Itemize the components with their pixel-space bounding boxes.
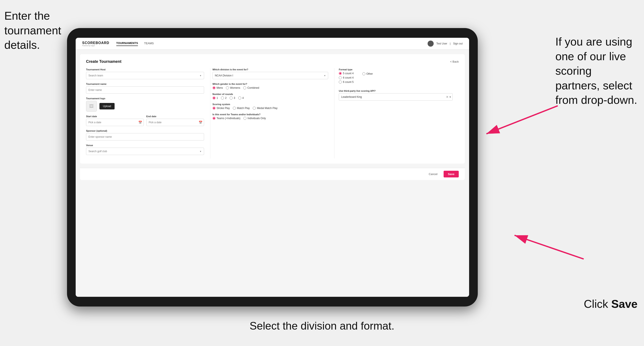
division-group: Which division is the event for? NCAA Di… [212, 68, 328, 79]
nav-link-teams[interactable]: TEAMS [144, 42, 154, 46]
event-for-teams-radio[interactable] [212, 117, 216, 120]
gender-mens-radio[interactable] [212, 86, 216, 89]
gender-womens-label: Womens [230, 86, 240, 89]
panel-footer: Cancel Save [80, 168, 465, 180]
venue-dropdown-icon: ▼ [200, 150, 202, 153]
annotation-enter-details: Enter the tournament details. [4, 9, 74, 52]
format-6count4-label: 6 count 4 [343, 76, 354, 79]
live-scoring-clear-icon[interactable]: ✕ ▾ [446, 95, 451, 99]
rounds-2-radio[interactable] [221, 96, 224, 100]
tournament-host-input[interactable]: ▼ [86, 72, 204, 79]
scoring-medal-match-radio[interactable] [253, 107, 256, 110]
cancel-button[interactable]: Cancel [425, 171, 441, 177]
event-for-group: Is this event for Teams and/or Individua… [212, 113, 328, 120]
nav-links: TOURNAMENTS TEAMS [116, 41, 154, 46]
calendar-icon-end: 📅 [199, 121, 202, 124]
format-other-radio[interactable] [362, 72, 365, 75]
gender-radio-group: Mens Womens Combined [212, 86, 328, 89]
event-for-individuals-radio[interactable] [244, 117, 246, 120]
format-6count5[interactable]: 6 count 5 [339, 81, 354, 84]
scoring-radio-group: Stroke Play Match Play Medal Match Play [212, 107, 328, 110]
tournament-host-field[interactable] [88, 74, 200, 77]
tournament-name-label: Tournament name [86, 83, 204, 85]
rounds-1-radio[interactable] [212, 96, 216, 100]
event-for-radio-group: Teams (+Individuals) Individuals Only [212, 117, 328, 120]
scoring-match-radio[interactable] [233, 107, 236, 110]
rounds-2-label: 2 [225, 96, 226, 100]
end-date-label: End date [146, 115, 204, 118]
logo-upload-area: 🖼 Upload [86, 101, 204, 112]
format-6count5-label: 6 count 5 [343, 81, 354, 84]
format-other[interactable]: Other [362, 72, 373, 75]
venue-input[interactable]: ▼ [86, 148, 204, 155]
nav-logo: SCOREBOARD Powered by Clippit [82, 41, 110, 46]
gender-womens-radio[interactable] [226, 86, 229, 89]
start-date-wrap: 📅 [86, 119, 144, 126]
gender-combined-label: Combined [247, 86, 259, 89]
venue-group: Venue ▼ [86, 144, 204, 155]
form-col-middle: Which division is the event for? NCAA Di… [210, 68, 335, 159]
venue-field[interactable] [88, 150, 200, 153]
scoring-match-label: Match Play [237, 107, 250, 110]
sponsor-input[interactable] [86, 133, 204, 141]
event-for-individuals-label: Individuals Only [248, 117, 266, 120]
format-6count4-radio[interactable] [339, 76, 342, 79]
format-5count4[interactable]: 5 count 4 [339, 72, 354, 75]
main-content: Create Tournament Back Tournament Host ▼ [76, 50, 469, 297]
tournament-name-input[interactable] [86, 86, 204, 94]
scoring-stroke[interactable]: Stroke Play [212, 107, 230, 110]
save-button[interactable]: Save [444, 171, 459, 177]
format-5count4-label: 5 count 4 [343, 72, 354, 75]
rounds-3-radio[interactable] [230, 96, 232, 100]
scoring-match[interactable]: Match Play [233, 107, 250, 110]
scoring-label: Scoring system [212, 103, 328, 106]
scoring-stroke-radio[interactable] [212, 107, 216, 110]
scoring-medal-match-label: Medal Match Play [257, 107, 277, 110]
rounds-label: Number of rounds [212, 93, 328, 95]
format-6count4[interactable]: 6 count 4 [339, 76, 354, 79]
rounds-4[interactable]: 4 [238, 96, 244, 100]
live-scoring-input[interactable]: Leaderboard King [339, 93, 453, 101]
venue-label: Venue [86, 144, 204, 147]
rounds-2[interactable]: 2 [221, 96, 226, 100]
nav-avatar [428, 41, 434, 47]
gender-womens[interactable]: Womens [226, 86, 240, 89]
format-other-label: Other [366, 72, 373, 75]
end-date-input[interactable] [146, 119, 204, 126]
division-select[interactable]: NCAA Division I ▼ [212, 72, 328, 79]
upload-button[interactable]: Upload [100, 103, 114, 109]
rounds-group: Number of rounds 1 2 [212, 93, 328, 100]
panel-back-button[interactable]: Back [450, 60, 459, 63]
nav-bar: SCOREBOARD Powered by Clippit TOURNAMENT… [76, 38, 469, 50]
calendar-icon-start: 📅 [138, 121, 142, 124]
form-columns: Tournament Host ▼ Tournament name Tourna [86, 68, 459, 159]
gender-group: Which gender is the event for? Mens Wome… [212, 83, 328, 89]
nav-logo-sub: Powered by Clippit [82, 45, 110, 46]
rounds-3[interactable]: 3 [230, 96, 235, 100]
gender-mens[interactable]: Mens [212, 86, 223, 89]
dates-group: Start date 📅 End date [86, 115, 204, 126]
format-5count4-radio[interactable] [339, 72, 342, 75]
nav-signout[interactable]: Sign out [453, 42, 463, 45]
gender-combined-radio[interactable] [243, 86, 246, 89]
sponsor-group: Sponsor (optional) [86, 130, 204, 141]
rounds-4-radio[interactable] [238, 96, 241, 100]
format-options-list: 5 count 4 6 count 4 6 count 5 [339, 72, 354, 84]
format-6count5-radio[interactable] [339, 81, 342, 84]
nav-link-tournaments[interactable]: TOURNAMENTS [116, 41, 138, 46]
scoring-group: Scoring system Stroke Play Match Play [212, 103, 328, 110]
gender-combined[interactable]: Combined [243, 86, 259, 89]
live-scoring-label: Use third-party live scoring API? [339, 90, 453, 92]
tablet-frame: SCOREBOARD Powered by Clippit TOURNAMENT… [67, 28, 478, 307]
live-scoring-input-wrap: Leaderboard King ✕ ▾ [339, 93, 453, 101]
create-panel: Create Tournament Back Tournament Host ▼ [80, 54, 465, 164]
rounds-1[interactable]: 1 [212, 96, 218, 100]
event-for-individuals[interactable]: Individuals Only [244, 117, 266, 120]
scoring-medal-match[interactable]: Medal Match Play [253, 107, 277, 110]
format-type-label: Format type [339, 68, 453, 71]
rounds-1-label: 1 [216, 96, 218, 100]
end-date-group: End date 📅 [146, 115, 204, 126]
event-for-teams[interactable]: Teams (+Individuals) [212, 117, 240, 120]
tournament-host-group: Tournament Host ▼ [86, 68, 204, 79]
start-date-input[interactable] [86, 119, 144, 126]
